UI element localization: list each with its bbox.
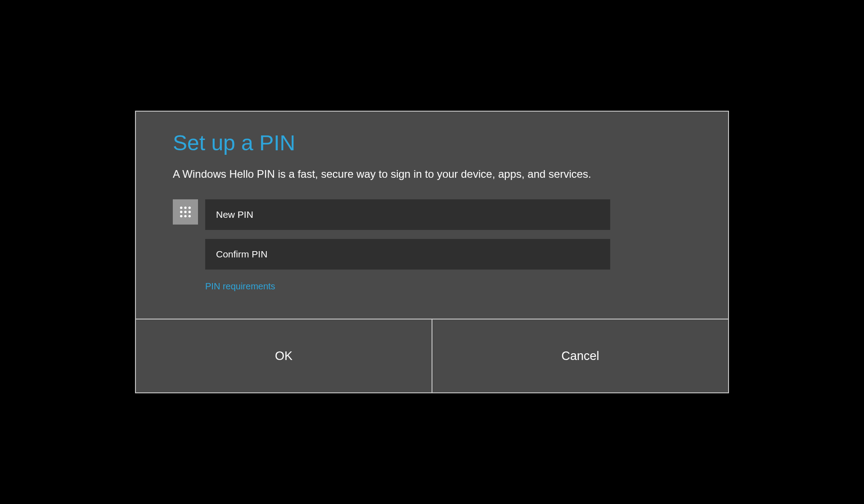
dialog-body: Set up a PIN A Windows Hello PIN is a fa… <box>136 112 728 319</box>
dialog-title: Set up a PIN <box>173 130 691 155</box>
svg-point-6 <box>180 215 182 217</box>
keypad-icon <box>173 199 198 225</box>
svg-point-4 <box>184 211 186 213</box>
inputs-column: PIN requirements <box>205 199 610 292</box>
pin-setup-dialog: Set up a PIN A Windows Hello PIN is a fa… <box>135 111 729 393</box>
cancel-button[interactable]: Cancel <box>432 320 728 392</box>
svg-point-5 <box>189 211 191 213</box>
svg-point-2 <box>189 207 191 209</box>
svg-point-0 <box>180 207 182 209</box>
dialog-description: A Windows Hello PIN is a fast, secure wa… <box>173 168 691 180</box>
pin-requirements-link[interactable]: PIN requirements <box>205 281 275 292</box>
confirm-pin-input[interactable] <box>205 239 610 270</box>
input-section: PIN requirements <box>173 199 691 292</box>
svg-point-3 <box>180 211 182 213</box>
ok-button[interactable]: OK <box>136 320 432 392</box>
svg-point-1 <box>184 207 186 209</box>
svg-point-8 <box>189 215 191 217</box>
dialog-footer: OK Cancel <box>136 319 728 392</box>
new-pin-input[interactable] <box>205 199 610 230</box>
svg-point-7 <box>184 215 186 217</box>
